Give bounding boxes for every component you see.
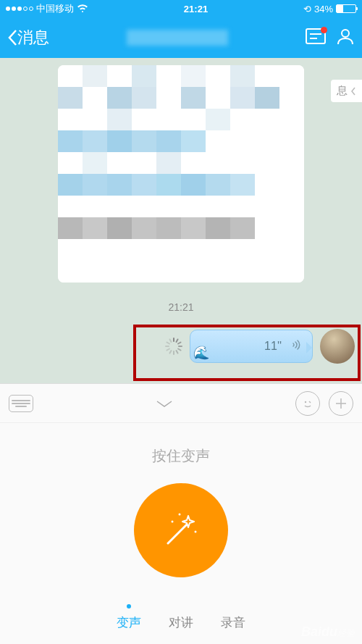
tab-voice-change[interactable]: 变声 — [117, 614, 141, 631]
orientation-lock-icon: ⟲ — [303, 4, 311, 14]
plus-icon — [334, 397, 348, 410]
wave-icon: 🌊 — [193, 345, 209, 361]
redacted-message — [58, 65, 304, 283]
wifi-icon — [77, 4, 88, 14]
avatar[interactable] — [320, 329, 355, 364]
svg-point-4 — [305, 401, 306, 402]
voice-message-row: 🌊 11'' — [165, 329, 355, 364]
chevron-down-icon — [154, 398, 174, 409]
back-label: 消息 — [17, 27, 49, 49]
input-toolbar — [0, 384, 362, 423]
carrier-label: 中国移动 — [36, 2, 74, 15]
status-bar: 中国移动 21:21 ⟲ 34% — [0, 0, 362, 17]
voice-duration: 11'' — [264, 340, 282, 353]
collapse-button[interactable] — [42, 398, 287, 409]
status-right: ⟲ 34% — [303, 4, 356, 14]
tab-record[interactable]: 录音 — [221, 614, 245, 631]
signal-icon — [6, 7, 33, 11]
tag-label: 息 — [337, 84, 348, 98]
svg-point-6 — [195, 531, 197, 533]
chat-title — [49, 30, 306, 46]
voice-message-bubble[interactable]: 🌊 11'' — [190, 330, 313, 363]
battery-icon — [336, 4, 356, 13]
back-button[interactable]: 消息 — [7, 27, 49, 49]
svg-point-3 — [342, 30, 349, 37]
sound-wave-icon — [287, 338, 302, 355]
loading-spinner-icon — [165, 338, 182, 355]
voice-instruction: 按住变声 — [0, 446, 362, 466]
svg-point-5 — [172, 521, 174, 523]
card-icon[interactable] — [306, 28, 326, 47]
svg-point-7 — [179, 514, 181, 516]
voice-record-button[interactable] — [134, 483, 228, 577]
status-left: 中国移动 — [6, 2, 88, 15]
emoji-button[interactable] — [295, 391, 320, 416]
add-button[interactable] — [329, 391, 353, 416]
side-tag[interactable]: 息 — [331, 80, 362, 102]
status-time: 21:21 — [88, 4, 303, 14]
input-panel: 按住变声 变声 对讲 录音 — [0, 383, 362, 644]
profile-icon[interactable] — [336, 28, 355, 48]
smile-icon — [300, 396, 315, 411]
nav-bar: 消息 — [0, 17, 362, 58]
keyboard-toggle-icon[interactable] — [9, 395, 33, 412]
magic-wand-icon — [159, 509, 203, 552]
battery-pct: 34% — [314, 4, 333, 14]
chevron-left-icon — [350, 86, 356, 96]
tab-intercom[interactable]: 对讲 — [169, 614, 193, 631]
watermark: Baidu经验 — [301, 624, 355, 640]
notification-dot — [321, 27, 327, 33]
message-timestamp: 21:21 — [7, 301, 355, 313]
